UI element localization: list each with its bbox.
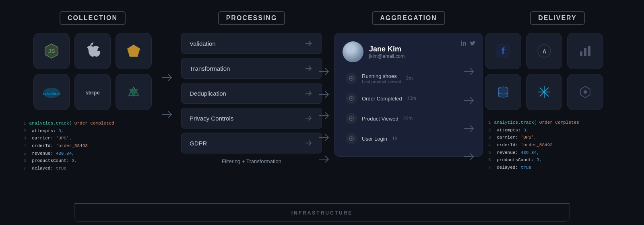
processing-section: PROCESSING Validation Transformation Ded… bbox=[181, 0, 322, 164]
event-user-login: User Login 1h bbox=[343, 129, 475, 148]
processing-label: PROCESSING bbox=[218, 11, 285, 25]
transformation-card[interactable]: Transformation bbox=[181, 58, 322, 79]
avatar bbox=[343, 41, 363, 62]
arrow-agg-del-3 bbox=[462, 117, 477, 141]
svg-rect-22 bbox=[584, 48, 586, 56]
deduplication-label: Deduplication bbox=[190, 90, 226, 97]
arrow-collection-processing bbox=[160, 59, 175, 96]
svg-text:∧: ∧ bbox=[542, 47, 547, 55]
arrow-collection-processing-2 bbox=[160, 96, 175, 133]
svg-text:f: f bbox=[502, 46, 505, 56]
order-completed-icon bbox=[346, 93, 357, 104]
arrow-agg-del-2 bbox=[462, 88, 477, 112]
privacy-controls-card[interactable]: Privacy Controls bbox=[181, 108, 322, 129]
profile-card: Jane Kim jkim@email.com Running shoes La… bbox=[334, 33, 483, 157]
linkedin-icon bbox=[461, 41, 466, 47]
infrastructure-top-line bbox=[74, 203, 570, 203]
nodejs-logo: JS bbox=[33, 33, 70, 69]
order-completed-title: Order Completed bbox=[362, 96, 402, 102]
arrow-proc-agg-3 bbox=[317, 104, 332, 128]
profile-email: jkim@email.com bbox=[369, 53, 405, 59]
user-login-icon bbox=[346, 133, 357, 144]
gdpr-card[interactable]: GDPR bbox=[181, 133, 322, 153]
event-list: Running shoes Last product viewed 2m Ord… bbox=[343, 69, 475, 148]
delivery-logo-grid: f ∧ bbox=[485, 33, 630, 110]
collection-label: COLLECTION bbox=[60, 11, 126, 25]
snowflake-logo bbox=[526, 74, 562, 110]
product-viewed-time: 22m bbox=[403, 116, 413, 121]
collection-code: 1analytics.track('Order Completed 2 atte… bbox=[20, 117, 165, 176]
zendesk-logo bbox=[116, 74, 152, 110]
hex-logo bbox=[567, 74, 603, 110]
event-product-viewed: Product Viewed 22m bbox=[343, 109, 475, 128]
processing-cards: Validation Transformation Deduplication … bbox=[181, 33, 322, 153]
event-running-shoes: Running shoes Last product viewed 2m bbox=[343, 69, 475, 88]
aggregation-section: AGGREGATION Jane Kim jkim@email.com bbox=[334, 0, 483, 157]
salesforce-logo: salesforce bbox=[33, 74, 70, 110]
validation-label: Validation bbox=[190, 40, 216, 47]
running-shoes-title: Running shoes bbox=[362, 73, 401, 79]
svg-point-16 bbox=[351, 138, 352, 139]
product-viewed-title: Product Viewed bbox=[362, 116, 398, 122]
svg-point-14 bbox=[351, 118, 352, 119]
svg-text:salesforce: salesforce bbox=[43, 92, 61, 96]
delivery-section: DELIVERY f ∧ bbox=[485, 0, 630, 175]
twitter-icon bbox=[470, 41, 475, 47]
delivery-code: 1analytics.track('Order Completes 2 atte… bbox=[485, 116, 630, 175]
delivery-label: DELIVERY bbox=[530, 11, 584, 25]
user-login-title: User Login bbox=[362, 136, 387, 142]
running-shoes-time: 2m bbox=[406, 76, 413, 81]
arrow-proc-agg-1 bbox=[317, 59, 332, 84]
validation-card[interactable]: Validation bbox=[181, 33, 322, 54]
apple-logo bbox=[74, 33, 111, 69]
running-shoes-subtitle: Last product viewed bbox=[362, 79, 401, 84]
arrow-agg-del-4 bbox=[462, 145, 477, 169]
stripe-logo: stripe bbox=[74, 74, 111, 110]
amplitude-logo: ∧ bbox=[526, 33, 562, 69]
svg-rect-7 bbox=[461, 42, 462, 46]
svg-text:stripe: stripe bbox=[85, 90, 99, 96]
svg-rect-21 bbox=[580, 51, 582, 56]
gdpr-label: GDPR bbox=[190, 140, 207, 147]
svg-point-29 bbox=[543, 91, 545, 93]
svg-point-31 bbox=[584, 90, 587, 94]
user-login-time: 1h bbox=[392, 136, 397, 141]
product-viewed-icon bbox=[346, 113, 357, 124]
svg-text:JS: JS bbox=[48, 48, 55, 54]
arrow-proc-agg-5 bbox=[317, 147, 332, 171]
svg-point-8 bbox=[461, 41, 462, 42]
facebook-logo: f bbox=[485, 33, 521, 69]
infrastructure-bar: INFRASTRUCTURE bbox=[74, 203, 570, 222]
aggregation-label: AGGREGATION bbox=[372, 11, 445, 25]
running-shoes-icon bbox=[346, 73, 357, 84]
database-logo bbox=[485, 74, 521, 110]
svg-point-10 bbox=[351, 78, 352, 79]
arrow-proc-agg-2 bbox=[317, 82, 332, 106]
svg-rect-23 bbox=[588, 46, 590, 56]
order-completed-time: 10m bbox=[407, 96, 416, 101]
profile-header: Jane Kim jkim@email.com bbox=[343, 41, 475, 62]
social-icons bbox=[461, 41, 475, 47]
profile-name: Jane Kim bbox=[369, 45, 405, 53]
sketch-logo bbox=[116, 33, 152, 69]
deduplication-card[interactable]: Deduplication bbox=[181, 83, 322, 104]
transformation-label: Transformation bbox=[190, 65, 230, 72]
arrow-agg-del-1 bbox=[462, 59, 477, 84]
bar-chart-logo bbox=[567, 33, 603, 69]
privacy-controls-label: Privacy Controls bbox=[190, 115, 233, 122]
arrow-proc-agg-4 bbox=[317, 125, 332, 149]
collection-section: COLLECTION JS salesforce bbox=[20, 0, 165, 176]
filter-label: Filtering + Transformation bbox=[181, 158, 322, 164]
infrastructure-label: INFRASTRUCTURE bbox=[291, 210, 353, 216]
collection-logo-grid: JS salesforce stripe bbox=[33, 33, 152, 110]
event-order-completed: Order Completed 10m bbox=[343, 89, 475, 108]
svg-point-12 bbox=[351, 98, 352, 99]
